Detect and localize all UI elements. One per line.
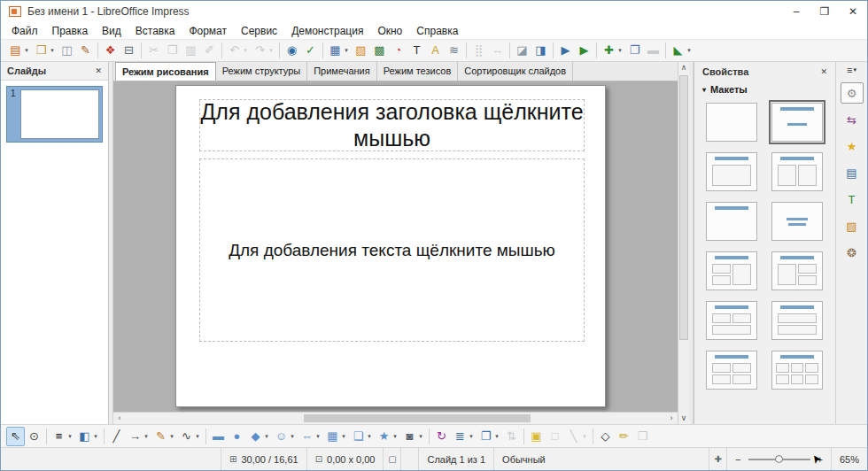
menu-tools[interactable]: Сервис bbox=[234, 24, 284, 38]
ellipse-button[interactable]: ● bbox=[228, 427, 246, 446]
chevron-down-icon[interactable]: ▾ bbox=[194, 433, 201, 440]
layout-blank-thumbnail[interactable] bbox=[706, 103, 757, 142]
menu-view[interactable]: Вид bbox=[95, 24, 128, 38]
sidebar-tab-gallery[interactable]: ▨ bbox=[841, 215, 864, 236]
zoom-slider[interactable] bbox=[748, 459, 810, 460]
sidebar-tab-navigator[interactable]: ❂ bbox=[841, 242, 864, 263]
view-tab-sorter[interactable]: Сортировщик слайдов bbox=[458, 62, 573, 81]
chevron-down-icon[interactable]: ▾ bbox=[314, 433, 322, 440]
select-button[interactable]: ⇖ bbox=[6, 427, 25, 446]
insert-media-button[interactable]: ▩ bbox=[370, 41, 389, 60]
rectangle-button[interactable]: ▬ bbox=[209, 427, 228, 446]
shadow-button[interactable]: ▣ bbox=[527, 427, 546, 446]
start-from-first-slide-button[interactable]: ▶ bbox=[556, 41, 575, 60]
block-arrows-button[interactable]: ⇔▾ bbox=[298, 427, 323, 446]
slide-list[interactable]: 1 bbox=[1, 80, 108, 424]
insert-table-button[interactable]: ▦▾ bbox=[326, 41, 352, 60]
view-tab-drawing[interactable]: Режим рисования bbox=[115, 62, 216, 81]
spelling-button[interactable]: ✓ bbox=[301, 41, 320, 60]
chevron-down-icon[interactable]: ▾ bbox=[417, 433, 424, 440]
zoom-slider-thumb[interactable] bbox=[775, 455, 783, 463]
chevron-down-icon[interactable]: ▾ bbox=[340, 433, 347, 440]
layout-two-content-content-thumbnail[interactable] bbox=[706, 251, 757, 290]
master-slide-button[interactable]: ◪ bbox=[513, 41, 531, 60]
layouts-section-header[interactable]: ▾ Макеты bbox=[694, 81, 835, 97]
sidebar-tab-master-slides[interactable]: ▤ bbox=[841, 162, 864, 183]
layout-title-two-content-thumbnail[interactable] bbox=[771, 152, 823, 191]
view-tab-notes[interactable]: Примечания bbox=[307, 62, 377, 81]
align-objects-button[interactable]: ≣▾ bbox=[451, 427, 477, 446]
fill-style-button[interactable]: ◧▾ bbox=[75, 427, 101, 446]
menu-help[interactable]: Справка bbox=[409, 24, 465, 38]
chevron-down-icon[interactable]: ▾ bbox=[343, 47, 350, 54]
menu-insert[interactable]: Вставка bbox=[128, 24, 182, 38]
connectors-button[interactable]: ∿▾ bbox=[177, 427, 203, 446]
chevron-down-icon[interactable]: ▾ bbox=[92, 433, 99, 440]
sidebar-close-icon[interactable]: ✕ bbox=[820, 67, 827, 76]
sidebar-settings-button[interactable]: ≡ ▾ bbox=[847, 65, 856, 75]
vertical-scrollbar-thumb[interactable] bbox=[679, 75, 688, 340]
export-pdf-button[interactable]: ❖ bbox=[101, 41, 120, 60]
star-shapes-button[interactable]: ★▾ bbox=[375, 427, 400, 446]
scroll-left-icon[interactable]: ‹ bbox=[113, 413, 126, 424]
layout-title-only-thumbnail[interactable] bbox=[706, 202, 757, 241]
minimize-button[interactable]: – bbox=[782, 1, 810, 22]
horizontal-scrollbar[interactable]: ‹ › bbox=[113, 412, 678, 424]
arrange-button[interactable]: ❐▾ bbox=[477, 427, 502, 446]
insert-chart-button[interactable]: ◔ bbox=[389, 41, 407, 60]
layout-title-content-thumbnail[interactable] bbox=[771, 103, 823, 142]
vertical-scrollbar[interactable]: ∧ ∨ bbox=[678, 62, 689, 424]
rotate-button[interactable]: ↻ bbox=[432, 427, 451, 446]
menu-slideshow[interactable]: Демонстрация bbox=[284, 24, 370, 38]
menu-window[interactable]: Окно bbox=[370, 24, 409, 38]
chevron-down-icon[interactable]: ▾ bbox=[168, 433, 175, 440]
chevron-down-icon[interactable]: ▾ bbox=[66, 433, 74, 440]
curve-button[interactable]: ✎▾ bbox=[151, 427, 177, 446]
zoom-level-field[interactable]: 65% bbox=[831, 448, 867, 470]
chevron-down-icon[interactable]: ▾ bbox=[493, 433, 500, 440]
restore-button[interactable]: ❐ bbox=[810, 1, 839, 22]
glue-points-button[interactable]: ✏ bbox=[615, 427, 633, 446]
menu-edit[interactable]: Правка bbox=[45, 24, 96, 38]
layout-two-content-over-content-thumbnail[interactable] bbox=[706, 301, 757, 340]
new-slide-button[interactable]: ✚▾ bbox=[600, 41, 625, 60]
chevron-down-icon[interactable]: ▾ bbox=[263, 433, 270, 440]
zoom-level-value[interactable]: 65% bbox=[840, 454, 859, 465]
callout-shapes-button[interactable]: ❏▾ bbox=[349, 427, 375, 446]
layout-content-over-content-thumbnail[interactable] bbox=[771, 301, 823, 340]
slide-layout-button[interactable]: ◣▾ bbox=[669, 41, 694, 60]
slide-canvas[interactable]: Для добавления заголовка щёлкните мышью … bbox=[113, 81, 678, 412]
layout-six-content-thumbnail[interactable] bbox=[771, 351, 823, 390]
vertical-scrollbar-track[interactable] bbox=[678, 73, 689, 413]
insert-textbox-button[interactable]: T bbox=[407, 41, 426, 60]
content-placeholder[interactable]: Для добавления текста щёлкните мышью bbox=[199, 158, 585, 342]
slides-panel-close-icon[interactable]: ✕ bbox=[95, 66, 102, 75]
chevron-down-icon[interactable]: ▾ bbox=[366, 433, 373, 440]
sidebar-tab-properties[interactable]: ⚙ bbox=[841, 82, 864, 104]
insert-line-button[interactable]: ╱ bbox=[107, 427, 126, 446]
view-tab-outline[interactable]: Режим структуры bbox=[216, 62, 308, 81]
scroll-up-icon[interactable]: ∧ bbox=[678, 62, 690, 73]
open-file-button[interactable]: ❒▾ bbox=[32, 41, 58, 60]
fit-slide-button[interactable]: ✚ bbox=[709, 448, 726, 470]
sidebar-tab-slide-transition[interactable]: ⇆ bbox=[841, 109, 864, 130]
zoom-button[interactable]: ⊙ bbox=[25, 427, 43, 446]
layout-four-content-thumbnail[interactable] bbox=[706, 351, 757, 390]
edit-points-button[interactable]: ◇ bbox=[596, 427, 615, 446]
chevron-down-icon[interactable]: ▾ bbox=[49, 47, 56, 54]
start-from-current-slide-button[interactable]: ▶ bbox=[575, 41, 593, 60]
layout-title-content-big-thumbnail[interactable] bbox=[706, 152, 757, 191]
menu-file[interactable]: Файл bbox=[4, 24, 45, 38]
duplicate-slide-button[interactable]: ❐ bbox=[625, 41, 644, 60]
layout-centered-text-thumbnail[interactable] bbox=[771, 202, 823, 241]
sidebar-tab-styles[interactable]: T bbox=[841, 189, 864, 210]
signature-status[interactable]: ▢ bbox=[383, 448, 400, 470]
scroll-right-icon[interactable]: › bbox=[665, 413, 678, 424]
section-collapse-icon[interactable]: ▾ bbox=[702, 86, 706, 94]
chevron-down-icon[interactable]: ▾ bbox=[468, 433, 475, 440]
close-button[interactable]: ✕ bbox=[839, 1, 867, 22]
insert-hyperlink-button[interactable]: ≋ bbox=[445, 41, 463, 60]
symbol-shapes-button[interactable]: ☺▾ bbox=[272, 427, 298, 446]
scroll-down-icon[interactable]: ∨ bbox=[678, 413, 690, 424]
insert-fontwork-button[interactable]: А bbox=[426, 41, 445, 60]
